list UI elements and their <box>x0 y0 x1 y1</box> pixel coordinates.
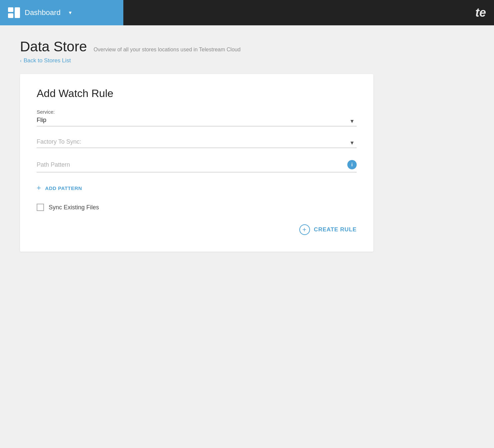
path-pattern-info-icon[interactable]: i <box>347 160 357 169</box>
factory-select[interactable]: Factory To Sync: <box>37 138 357 145</box>
path-pattern-input-wrapper: i <box>37 160 357 172</box>
header-left: Dashboard ▼ <box>0 0 123 25</box>
add-pattern-plus-icon: + <box>37 184 41 192</box>
create-rule-row: + CREATE RULE <box>37 224 357 235</box>
create-rule-label: CREATE RULE <box>314 226 357 233</box>
page-header: Data Store Overview of all your stores l… <box>20 39 474 55</box>
dashboard-icon <box>8 7 20 18</box>
service-select[interactable]: Flip Vantage Glim <box>37 117 357 123</box>
factory-form-group: Factory To Sync: ▼ <box>37 138 357 148</box>
add-watch-rule-card: Add Watch Rule Service: Flip Vantage Gli… <box>20 74 373 252</box>
path-pattern-input[interactable] <box>37 161 347 168</box>
page-subtitle: Overview of all your stores locations us… <box>94 47 241 53</box>
sync-existing-checkbox[interactable] <box>37 204 44 211</box>
sync-existing-label: Sync Existing Files <box>49 204 99 211</box>
add-pattern-label: ADD PATTERN <box>45 185 82 191</box>
card-title: Add Watch Rule <box>37 87 357 100</box>
service-form-group: Service: Flip Vantage Glim ▼ <box>37 109 357 126</box>
header-logo: te <box>475 6 486 20</box>
header-right: te <box>123 6 494 20</box>
back-to-stores-link[interactable]: ‹ Back to Stores List <box>20 57 474 64</box>
page-title: Data Store <box>20 39 87 55</box>
service-label: Service: <box>37 109 357 115</box>
header: Dashboard ▼ te <box>0 0 494 25</box>
header-chevron-icon: ▼ <box>68 10 73 15</box>
add-pattern-button[interactable]: + ADD PATTERN <box>37 184 82 192</box>
create-rule-plus-icon: + <box>299 224 310 235</box>
service-select-wrapper: Flip Vantage Glim ▼ <box>37 117 357 126</box>
create-rule-button[interactable]: + CREATE RULE <box>299 224 357 235</box>
back-link-label: Back to Stores List <box>24 57 71 64</box>
sync-existing-row: Sync Existing Files <box>37 204 357 211</box>
path-pattern-form-group: i <box>37 160 357 172</box>
header-title: Dashboard <box>25 8 61 17</box>
factory-select-wrapper: Factory To Sync: ▼ <box>37 138 357 148</box>
page-content: Data Store Overview of all your stores l… <box>0 25 494 265</box>
back-chevron-icon: ‹ <box>20 58 22 63</box>
